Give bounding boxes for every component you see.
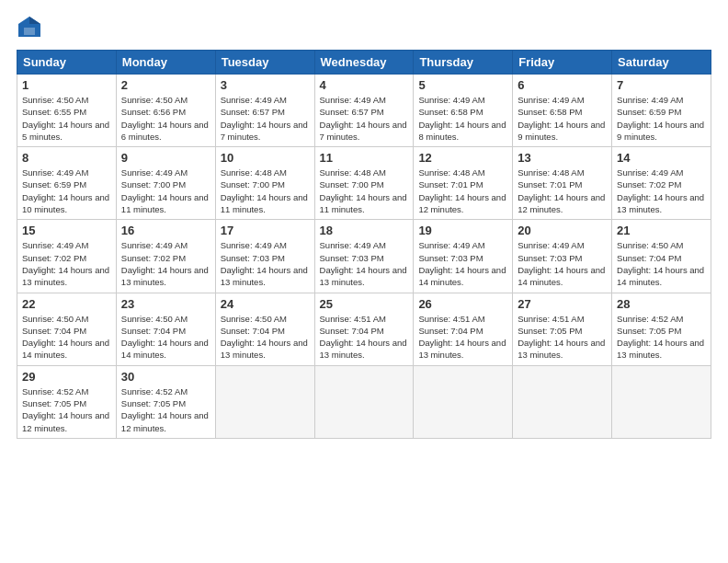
calendar-cell: 2 Sunrise: 4:50 AMSunset: 6:56 PMDayligh… [116, 75, 215, 147]
day-info: Sunrise: 4:49 AMSunset: 6:58 PMDaylight:… [518, 95, 605, 142]
day-number: 18 [320, 224, 409, 237]
day-info: Sunrise: 4:49 AMSunset: 6:58 PMDaylight:… [418, 95, 506, 142]
day-info: Sunrise: 4:49 AMSunset: 7:02 PMDaylight:… [121, 240, 209, 287]
calendar-cell: 13 Sunrise: 4:48 AMSunset: 7:01 PMDaylig… [513, 147, 612, 220]
day-info: Sunrise: 4:49 AMSunset: 6:57 PMDaylight:… [221, 95, 308, 142]
week-row-3: 15 Sunrise: 4:49 AMSunset: 7:02 PMDaylig… [17, 220, 711, 293]
day-info: Sunrise: 4:49 AMSunset: 6:59 PMDaylight:… [617, 95, 704, 142]
calendar-cell: 11 Sunrise: 4:48 AMSunset: 7:00 PMDaylig… [314, 147, 414, 220]
calendar-cell: 24 Sunrise: 4:50 AMSunset: 7:04 PMDaylig… [215, 293, 314, 365]
calendar-cell [612, 365, 711, 438]
calendar-table: SundayMondayTuesdayWednesdayThursdayFrid… [17, 50, 711, 439]
day-number: 21 [617, 224, 706, 237]
calendar-cell: 4 Sunrise: 4:49 AMSunset: 6:57 PMDayligh… [314, 75, 414, 147]
weekday-header-tuesday: Tuesday [215, 51, 314, 75]
day-info: Sunrise: 4:51 AMSunset: 7:05 PMDaylight:… [518, 314, 605, 361]
day-number: 4 [320, 78, 409, 92]
day-info: Sunrise: 4:49 AMSunset: 7:02 PMDaylight:… [617, 167, 704, 214]
day-number: 16 [121, 224, 210, 237]
day-number: 13 [518, 151, 607, 165]
day-number: 23 [121, 297, 210, 311]
calendar-cell: 10 Sunrise: 4:48 AMSunset: 7:00 PMDaylig… [215, 147, 314, 220]
weekday-header-row: SundayMondayTuesdayWednesdayThursdayFrid… [17, 51, 711, 75]
day-info: Sunrise: 4:50 AMSunset: 7:04 PMDaylight:… [221, 314, 308, 361]
week-row-1: 1 Sunrise: 4:50 AMSunset: 6:55 PMDayligh… [17, 75, 711, 147]
day-info: Sunrise: 4:49 AMSunset: 7:03 PMDaylight:… [418, 240, 506, 287]
weekday-header-friday: Friday [513, 51, 612, 75]
calendar-cell [513, 365, 612, 438]
page: SundayMondayTuesdayWednesdayThursdayFrid… [0, 0, 728, 563]
calendar-cell: 25 Sunrise: 4:51 AMSunset: 7:04 PMDaylig… [314, 293, 414, 365]
day-number: 26 [418, 297, 507, 311]
weekday-header-saturday: Saturday [612, 51, 711, 75]
day-info: Sunrise: 4:50 AMSunset: 6:55 PMDaylight:… [22, 95, 109, 142]
day-number: 17 [221, 224, 310, 237]
svg-marker-1 [29, 17, 40, 24]
week-row-4: 22 Sunrise: 4:50 AMSunset: 7:04 PMDaylig… [17, 293, 711, 365]
day-number: 20 [518, 224, 607, 237]
day-number: 27 [518, 297, 607, 311]
day-number: 29 [22, 370, 111, 384]
day-number: 22 [22, 297, 111, 311]
day-number: 28 [617, 297, 706, 311]
calendar-cell: 9 Sunrise: 4:49 AMSunset: 7:00 PMDayligh… [116, 147, 215, 220]
calendar-cell: 18 Sunrise: 4:49 AMSunset: 7:03 PMDaylig… [314, 220, 414, 293]
calendar-cell: 12 Sunrise: 4:48 AMSunset: 7:01 PMDaylig… [414, 147, 513, 220]
calendar-cell [414, 365, 513, 438]
day-number: 12 [418, 151, 507, 165]
calendar-cell: 21 Sunrise: 4:50 AMSunset: 7:04 PMDaylig… [612, 220, 711, 293]
calendar-cell: 23 Sunrise: 4:50 AMSunset: 7:04 PMDaylig… [116, 293, 215, 365]
day-info: Sunrise: 4:48 AMSunset: 7:01 PMDaylight:… [418, 167, 506, 214]
day-number: 19 [418, 224, 507, 237]
day-info: Sunrise: 4:49 AMSunset: 6:57 PMDaylight:… [320, 95, 407, 142]
calendar-cell: 14 Sunrise: 4:49 AMSunset: 7:02 PMDaylig… [612, 147, 711, 220]
day-number: 1 [22, 78, 111, 92]
calendar-cell: 27 Sunrise: 4:51 AMSunset: 7:05 PMDaylig… [513, 293, 612, 365]
day-info: Sunrise: 4:48 AMSunset: 7:01 PMDaylight:… [518, 167, 605, 214]
calendar-cell: 5 Sunrise: 4:49 AMSunset: 6:58 PMDayligh… [414, 75, 513, 147]
day-info: Sunrise: 4:50 AMSunset: 7:04 PMDaylight:… [617, 240, 704, 287]
weekday-header-wednesday: Wednesday [314, 51, 414, 75]
day-info: Sunrise: 4:51 AMSunset: 7:04 PMDaylight:… [320, 314, 407, 361]
day-number: 6 [518, 78, 607, 92]
day-info: Sunrise: 4:48 AMSunset: 7:00 PMDaylight:… [320, 167, 407, 214]
calendar-cell [314, 365, 414, 438]
day-number: 24 [221, 297, 310, 311]
day-info: Sunrise: 4:50 AMSunset: 6:56 PMDaylight:… [121, 95, 209, 142]
calendar-cell: 26 Sunrise: 4:51 AMSunset: 7:04 PMDaylig… [414, 293, 513, 365]
header [17, 15, 711, 40]
day-info: Sunrise: 4:52 AMSunset: 7:05 PMDaylight:… [617, 314, 704, 361]
calendar-cell: 7 Sunrise: 4:49 AMSunset: 6:59 PMDayligh… [612, 75, 711, 147]
calendar-cell: 30 Sunrise: 4:52 AMSunset: 7:05 PMDaylig… [116, 365, 215, 438]
day-number: 11 [320, 151, 409, 165]
calendar-cell: 19 Sunrise: 4:49 AMSunset: 7:03 PMDaylig… [414, 220, 513, 293]
day-info: Sunrise: 4:51 AMSunset: 7:04 PMDaylight:… [418, 314, 506, 361]
day-number: 15 [22, 224, 111, 237]
day-info: Sunrise: 4:50 AMSunset: 7:04 PMDaylight:… [121, 314, 209, 361]
calendar-cell: 17 Sunrise: 4:49 AMSunset: 7:03 PMDaylig… [215, 220, 314, 293]
day-number: 9 [121, 151, 210, 165]
weekday-header-monday: Monday [116, 51, 215, 75]
calendar-cell: 3 Sunrise: 4:49 AMSunset: 6:57 PMDayligh… [215, 75, 314, 147]
day-info: Sunrise: 4:49 AMSunset: 7:00 PMDaylight:… [121, 167, 209, 214]
day-number: 3 [221, 78, 310, 92]
logo [17, 15, 46, 40]
calendar-cell: 15 Sunrise: 4:49 AMSunset: 7:02 PMDaylig… [17, 220, 117, 293]
day-number: 25 [320, 297, 409, 311]
calendar-cell: 28 Sunrise: 4:52 AMSunset: 7:05 PMDaylig… [612, 293, 711, 365]
day-number: 5 [418, 78, 507, 92]
day-number: 14 [617, 151, 706, 165]
svg-rect-2 [24, 28, 35, 35]
day-number: 10 [221, 151, 310, 165]
day-info: Sunrise: 4:49 AMSunset: 7:03 PMDaylight:… [518, 240, 605, 287]
calendar-cell [215, 365, 314, 438]
week-row-2: 8 Sunrise: 4:49 AMSunset: 6:59 PMDayligh… [17, 147, 711, 220]
logo-icon [17, 15, 42, 40]
day-info: Sunrise: 4:50 AMSunset: 7:04 PMDaylight:… [22, 314, 109, 361]
calendar-cell: 20 Sunrise: 4:49 AMSunset: 7:03 PMDaylig… [513, 220, 612, 293]
day-number: 8 [22, 151, 111, 165]
weekday-header-sunday: Sunday [17, 51, 117, 75]
week-row-5: 29 Sunrise: 4:52 AMSunset: 7:05 PMDaylig… [17, 365, 711, 438]
day-info: Sunrise: 4:52 AMSunset: 7:05 PMDaylight:… [22, 386, 109, 433]
calendar-cell: 8 Sunrise: 4:49 AMSunset: 6:59 PMDayligh… [17, 147, 117, 220]
